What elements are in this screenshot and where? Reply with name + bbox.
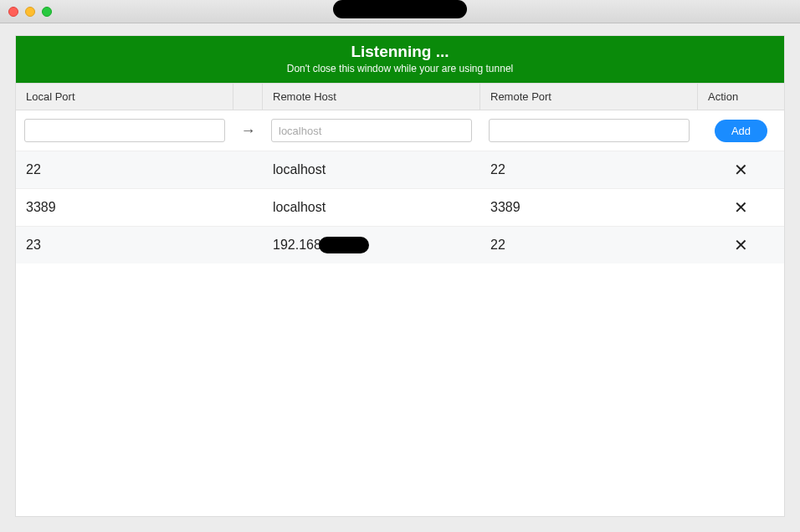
window-minimize-button[interactable] [25, 7, 35, 17]
remote-host-input[interactable] [271, 119, 472, 142]
cell-remote-host: localhost [263, 151, 480, 188]
table-header: Local Port Remote Host Remote Port Actio… [16, 83, 784, 110]
cell-arrow-spacer [233, 189, 263, 226]
cell-action: ✕ [698, 151, 784, 188]
window-close-button[interactable] [8, 7, 18, 17]
header-arrow-spacer [233, 84, 263, 110]
remote-port-input[interactable] [489, 119, 690, 142]
delete-icon[interactable]: ✕ [734, 199, 748, 216]
cell-arrow-spacer [233, 227, 263, 263]
redacted-segment [319, 237, 369, 253]
cell-remote-host: 192.168 [263, 227, 480, 263]
cell-remote-host: localhost [263, 189, 480, 226]
header-remote-host: Remote Host [263, 84, 480, 110]
header-action: Action [698, 84, 784, 110]
local-port-input[interactable] [24, 119, 225, 142]
cell-remote-port: 3389 [480, 189, 698, 226]
cell-local-port: 23 [16, 227, 233, 263]
cell-local-port: 22 [16, 151, 233, 188]
delete-icon[interactable]: ✕ [734, 237, 748, 253]
header-local-port: Local Port [16, 84, 233, 110]
titlebar [0, 0, 800, 23]
add-button[interactable]: Add [715, 120, 767, 142]
header-remote-port: Remote Port [480, 84, 698, 110]
banner-subtitle: Don't close this window while your are u… [16, 63, 784, 74]
cell-action: ✕ [698, 189, 784, 226]
tunnel-rows: 22localhost22✕3389localhost3389✕23192.16… [16, 151, 784, 516]
input-row: → Add [16, 110, 784, 151]
cell-remote-port: 22 [480, 151, 698, 188]
table-row: 3389localhost3389✕ [16, 188, 784, 226]
cell-remote-port: 22 [480, 227, 698, 263]
arrow-icon: → [233, 110, 263, 151]
main-panel: Listenning ... Don't close this window w… [15, 35, 785, 517]
content-area: Listenning ... Don't close this window w… [0, 23, 800, 532]
cell-action: ✕ [698, 227, 784, 263]
cell-arrow-spacer [233, 151, 263, 188]
window-title-redacted [333, 0, 467, 18]
cell-local-port: 3389 [16, 189, 233, 226]
delete-icon[interactable]: ✕ [734, 161, 748, 178]
status-banner: Listenning ... Don't close this window w… [16, 36, 784, 83]
traffic-lights [8, 7, 52, 17]
window-maximize-button[interactable] [42, 7, 52, 17]
table-row: 23192.16822✕ [16, 226, 784, 263]
table-row: 22localhost22✕ [16, 151, 784, 188]
banner-title: Listenning ... [16, 43, 784, 61]
